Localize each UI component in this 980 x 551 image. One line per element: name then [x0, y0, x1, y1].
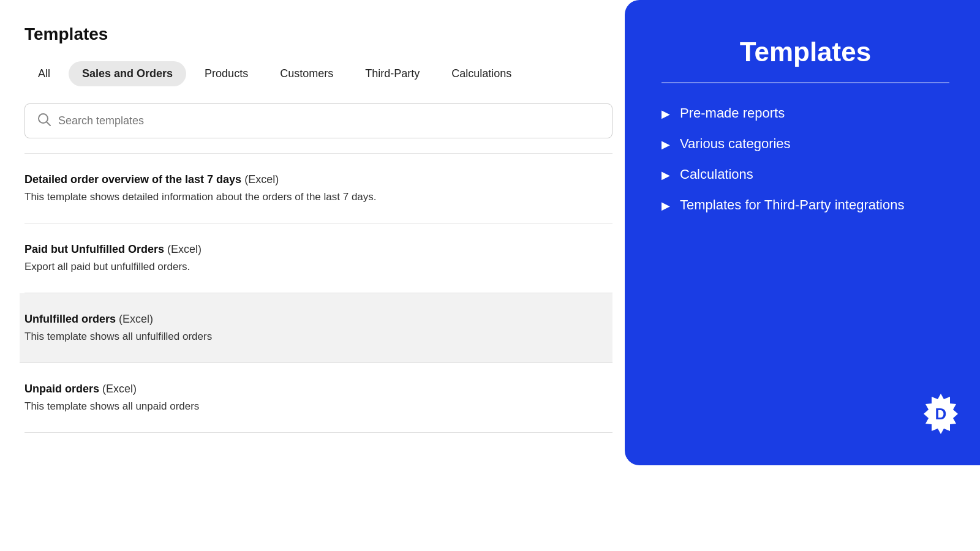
info-panel: Templates ▶ Pre-made reports ▶ Various c… [625, 0, 980, 465]
bullet-icon: ▶ [662, 138, 670, 151]
tabs-container: All Sales and Orders Products Customers … [24, 61, 637, 86]
d-badge: D [916, 391, 965, 440]
templates-list: Detailed order overview of the last 7 da… [24, 153, 637, 433]
template-item[interactable]: Paid but Unfulfilled Orders (Excel) Expo… [24, 223, 612, 293]
search-bar [24, 103, 612, 138]
template-title: Detailed order overview of the last 7 da… [24, 173, 612, 186]
panel-divider [662, 82, 949, 83]
page-title: Templates [24, 24, 637, 44]
panel-list-item: ▶ Pre-made reports [662, 105, 949, 121]
tab-products[interactable]: Products [191, 61, 262, 86]
panel-title: Templates [662, 37, 949, 67]
template-item-highlighted[interactable]: Unfulfilled orders (Excel) This template… [20, 293, 612, 363]
template-item[interactable]: Unpaid orders (Excel) This template show… [24, 363, 612, 433]
template-desc: Export all paid but unfulfilled orders. [24, 261, 612, 273]
bullet-icon: ▶ [662, 199, 670, 212]
template-desc: This template shows detailed information… [24, 191, 612, 203]
template-desc: This template shows all unpaid orders [24, 400, 612, 413]
tab-calculations[interactable]: Calculations [438, 61, 525, 86]
template-title: Unfulfilled orders (Excel) [24, 313, 612, 326]
bullet-icon: ▶ [662, 107, 670, 121]
search-icon [37, 113, 51, 129]
template-desc: This template shows all unfulfilled orde… [24, 331, 612, 343]
panel-list: ▶ Pre-made reports ▶ Various categories … [662, 105, 949, 213]
panel-list-item: ▶ Various categories [662, 136, 949, 152]
panel-list-item: ▶ Templates for Third-Party integrations [662, 197, 949, 213]
template-title: Unpaid orders (Excel) [24, 383, 612, 395]
template-item[interactable]: Detailed order overview of the last 7 da… [24, 153, 612, 223]
svg-point-0 [39, 114, 48, 123]
tab-all[interactable]: All [24, 61, 64, 86]
tab-sales[interactable]: Sales and Orders [69, 61, 186, 86]
bullet-icon: ▶ [662, 168, 670, 182]
svg-line-1 [47, 122, 51, 126]
search-input[interactable] [58, 114, 600, 127]
tab-third-party[interactable]: Third-Party [352, 61, 433, 86]
template-title: Paid but Unfulfilled Orders (Excel) [24, 243, 612, 256]
svg-text:D: D [935, 405, 947, 423]
panel-list-item: ▶ Calculations [662, 167, 949, 182]
tab-customers[interactable]: Customers [266, 61, 347, 86]
